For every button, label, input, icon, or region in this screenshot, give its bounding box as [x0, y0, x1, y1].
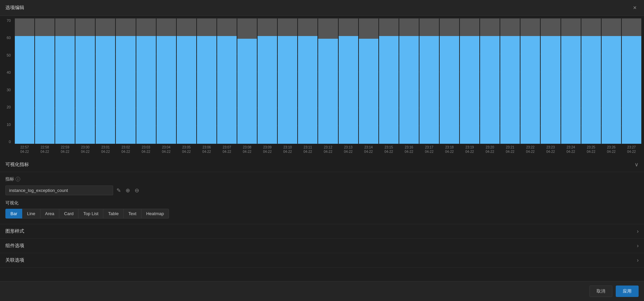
x-label: 22:5704-22: [15, 145, 34, 154]
x-label: 23:0704-22: [217, 145, 237, 154]
bar-group[interactable]: [15, 19, 34, 144]
viz-tab-top-list[interactable]: Top List: [78, 209, 103, 219]
related-options-header[interactable]: 关联选项 ›: [0, 253, 644, 268]
bar-group[interactable]: [197, 19, 216, 144]
bar-group[interactable]: [541, 19, 560, 144]
collapse-icon: ∨: [635, 161, 639, 168]
bar-group[interactable]: [96, 19, 115, 144]
remove-metric-button[interactable]: ⊖: [133, 186, 140, 195]
bar-group[interactable]: [136, 19, 156, 144]
bar-group[interactable]: [35, 19, 55, 144]
x-label: 23:0004-22: [75, 145, 95, 154]
bar-group[interactable]: [177, 19, 196, 144]
x-label: 23:2104-22: [500, 145, 520, 154]
bar-main: [96, 36, 115, 144]
dialog: 选项编辑 × 010203040506070 22:5704-2222:5804…: [0, 0, 644, 301]
bar-main: [298, 36, 317, 144]
viz-tab-line[interactable]: Line: [22, 209, 40, 219]
bar-main: [359, 39, 378, 144]
bar-top: [622, 19, 641, 36]
y-label: 50: [1, 53, 11, 57]
bar-top: [15, 19, 34, 36]
dialog-header: 选项编辑 ×: [0, 0, 644, 16]
bar-group[interactable]: [278, 19, 297, 144]
bar-group[interactable]: [217, 19, 237, 144]
bar-group[interactable]: [602, 19, 621, 144]
viz-tab-heatmap[interactable]: Heatmap: [141, 209, 169, 219]
bar-main: [318, 39, 338, 144]
viz-tab-area[interactable]: Area: [40, 209, 59, 219]
x-label: 23:0204-22: [116, 145, 135, 154]
x-label: 23:2204-22: [520, 145, 540, 154]
bar-group[interactable]: [258, 19, 277, 144]
bar-top: [96, 19, 115, 36]
bar-group[interactable]: [581, 19, 601, 144]
x-label: 23:1304-22: [339, 145, 358, 154]
y-label: 0: [1, 140, 11, 144]
chart-bars: [12, 19, 644, 144]
bar-group[interactable]: [520, 19, 540, 144]
bar-top: [359, 19, 378, 39]
bar-top: [35, 19, 55, 36]
chart-container: 010203040506070 22:5704-2222:5804-2222:5…: [0, 16, 644, 157]
viz-tab-card[interactable]: Card: [59, 209, 78, 219]
viz-tab-text[interactable]: Text: [123, 209, 141, 219]
bar-group[interactable]: [480, 19, 500, 144]
bar-group[interactable]: [500, 19, 520, 144]
dialog-footer: 取消 应用: [0, 281, 644, 301]
bar-group[interactable]: [379, 19, 399, 144]
bar-main: [177, 36, 196, 144]
bar-group[interactable]: [75, 19, 95, 144]
x-axis: 22:5704-2222:5804-2222:5904-2223:0004-22…: [12, 144, 644, 157]
bar-group[interactable]: [157, 19, 176, 144]
bar-group[interactable]: [298, 19, 317, 144]
bar-group[interactable]: [339, 19, 358, 144]
bar-top: [157, 19, 176, 36]
bar-top: [419, 19, 439, 36]
bar-group[interactable]: [440, 19, 459, 144]
bar-group[interactable]: [419, 19, 439, 144]
x-label: 23:1804-22: [440, 145, 459, 154]
bar-group[interactable]: [561, 19, 581, 144]
bar-group[interactable]: [237, 19, 257, 144]
add-metric-button[interactable]: ⊕: [124, 186, 131, 195]
info-icon[interactable]: i: [15, 177, 20, 181]
bar-main: [197, 36, 216, 144]
x-label: 23:2404-22: [561, 145, 581, 154]
x-label: 22:5904-22: [55, 145, 75, 154]
bar-main: [278, 36, 297, 144]
bar-group[interactable]: [460, 19, 479, 144]
bar-top: [520, 19, 540, 36]
bar-top: [561, 19, 581, 36]
bar-top: [217, 19, 237, 36]
bar-main: [339, 36, 358, 144]
visualization-label: 可视化: [5, 200, 639, 206]
bar-group[interactable]: [399, 19, 419, 144]
bar-top: [602, 19, 621, 36]
metric-input[interactable]: [5, 186, 113, 195]
graph-style-header[interactable]: 图形样式 ›: [0, 224, 644, 239]
x-label: 23:0804-22: [237, 145, 257, 154]
viz-metrics-header[interactable]: 可视化指标 ∨: [0, 157, 644, 172]
bar-group[interactable]: [55, 19, 75, 144]
bar-top: [500, 19, 520, 36]
bar-main: [35, 36, 55, 144]
bar-group[interactable]: [359, 19, 378, 144]
close-button[interactable]: ×: [631, 4, 639, 11]
cancel-button[interactable]: 取消: [589, 286, 612, 297]
bar-group[interactable]: [318, 19, 338, 144]
edit-metric-button[interactable]: ✎: [115, 186, 122, 195]
component-options-header[interactable]: 组件选项 ›: [0, 239, 644, 253]
chart-inner: 010203040506070 22:5704-2222:5804-2222:5…: [0, 19, 644, 157]
viz-tab-table[interactable]: Table: [103, 209, 124, 219]
x-label: 22:5804-22: [35, 145, 55, 154]
bar-top: [55, 19, 75, 36]
bar-main: [480, 36, 500, 144]
bar-main: [75, 36, 95, 144]
viz-tab-bar[interactable]: Bar: [5, 209, 22, 219]
graph-style-chevron: ›: [637, 228, 639, 234]
bar-top: [116, 19, 135, 36]
bar-group[interactable]: [116, 19, 135, 144]
apply-button[interactable]: 应用: [616, 286, 639, 297]
bar-group[interactable]: [622, 19, 641, 144]
